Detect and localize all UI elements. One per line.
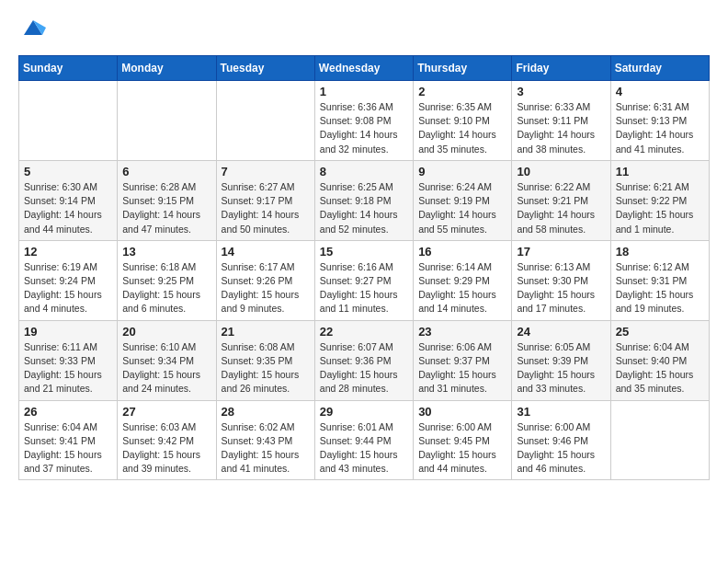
day-info: Sunrise: 6:04 AM Sunset: 9:41 PM Dayligh… — [24, 420, 112, 477]
day-number: 30 — [418, 405, 506, 419]
day-info: Sunrise: 6:24 AM Sunset: 9:19 PM Dayligh… — [418, 180, 506, 236]
day-number: 17 — [517, 245, 605, 259]
calendar-cell — [118, 81, 216, 161]
column-header-friday: Friday — [512, 56, 610, 81]
calendar-cell — [610, 400, 709, 480]
day-number: 18 — [616, 245, 704, 259]
calendar-week-row: 5Sunrise: 6:30 AM Sunset: 9:14 PM Daylig… — [19, 160, 710, 240]
calendar-cell: 3Sunrise: 6:33 AM Sunset: 9:11 PM Daylig… — [512, 81, 610, 161]
calendar-week-row: 19Sunrise: 6:11 AM Sunset: 9:33 PM Dayli… — [19, 320, 710, 400]
day-number: 27 — [122, 405, 210, 419]
calendar-cell: 16Sunrise: 6:14 AM Sunset: 9:29 PM Dayli… — [414, 240, 512, 320]
day-number: 7 — [222, 165, 310, 178]
calendar-cell: 26Sunrise: 6:04 AM Sunset: 9:41 PM Dayli… — [19, 400, 118, 480]
day-info: Sunrise: 6:28 AM Sunset: 9:15 PM Dayligh… — [122, 180, 210, 236]
calendar-cell: 27Sunrise: 6:03 AM Sunset: 9:42 PM Dayli… — [118, 400, 216, 480]
day-info: Sunrise: 6:06 AM Sunset: 9:37 PM Dayligh… — [418, 340, 506, 396]
day-number: 14 — [222, 245, 310, 259]
day-info: Sunrise: 6:11 AM Sunset: 9:33 PM Dayligh… — [24, 340, 112, 396]
day-info: Sunrise: 6:27 AM Sunset: 9:17 PM Dayligh… — [222, 180, 310, 236]
calendar-cell: 5Sunrise: 6:30 AM Sunset: 9:14 PM Daylig… — [19, 160, 118, 240]
day-number: 23 — [418, 325, 506, 339]
logo — [18, 18, 46, 40]
day-number: 29 — [320, 405, 408, 419]
column-header-wednesday: Wednesday — [314, 56, 413, 81]
day-number: 22 — [320, 325, 408, 339]
calendar-cell: 12Sunrise: 6:19 AM Sunset: 9:24 PM Dayli… — [19, 240, 118, 320]
calendar-cell: 6Sunrise: 6:28 AM Sunset: 9:15 PM Daylig… — [118, 160, 216, 240]
day-number: 5 — [24, 165, 112, 178]
calendar-cell: 9Sunrise: 6:24 AM Sunset: 9:19 PM Daylig… — [414, 160, 512, 240]
day-info: Sunrise: 6:13 AM Sunset: 9:30 PM Dayligh… — [517, 260, 605, 316]
calendar-cell: 31Sunrise: 6:00 AM Sunset: 9:46 PM Dayli… — [512, 400, 610, 480]
day-number: 16 — [418, 245, 506, 259]
calendar-cell: 30Sunrise: 6:00 AM Sunset: 9:45 PM Dayli… — [414, 400, 512, 480]
day-info: Sunrise: 6:00 AM Sunset: 9:46 PM Dayligh… — [517, 420, 605, 477]
calendar-table: SundayMondayTuesdayWednesdayThursdayFrid… — [18, 55, 710, 480]
column-header-thursday: Thursday — [414, 56, 512, 81]
column-header-sunday: Sunday — [19, 56, 118, 81]
calendar-cell: 18Sunrise: 6:12 AM Sunset: 9:31 PM Dayli… — [610, 240, 709, 320]
day-info: Sunrise: 6:19 AM Sunset: 9:24 PM Dayligh… — [24, 260, 112, 316]
column-header-saturday: Saturday — [610, 56, 709, 81]
calendar-week-row: 26Sunrise: 6:04 AM Sunset: 9:41 PM Dayli… — [19, 400, 710, 480]
column-header-monday: Monday — [118, 56, 216, 81]
calendar-cell: 2Sunrise: 6:35 AM Sunset: 9:10 PM Daylig… — [414, 81, 512, 161]
calendar-cell: 28Sunrise: 6:02 AM Sunset: 9:43 PM Dayli… — [216, 400, 314, 480]
day-info: Sunrise: 6:30 AM Sunset: 9:14 PM Dayligh… — [24, 180, 112, 236]
calendar-cell: 29Sunrise: 6:01 AM Sunset: 9:44 PM Dayli… — [314, 400, 413, 480]
day-info: Sunrise: 6:22 AM Sunset: 9:21 PM Dayligh… — [517, 180, 605, 236]
day-number: 9 — [418, 165, 506, 178]
calendar-cell: 7Sunrise: 6:27 AM Sunset: 9:17 PM Daylig… — [216, 160, 314, 240]
day-info: Sunrise: 6:08 AM Sunset: 9:35 PM Dayligh… — [222, 340, 310, 396]
day-number: 11 — [616, 165, 704, 178]
day-number: 31 — [517, 405, 605, 419]
day-number: 4 — [616, 85, 704, 98]
day-info: Sunrise: 6:25 AM Sunset: 9:18 PM Dayligh… — [320, 180, 408, 236]
day-number: 3 — [517, 85, 605, 98]
day-number: 26 — [24, 405, 112, 419]
day-info: Sunrise: 6:02 AM Sunset: 9:43 PM Dayligh… — [222, 420, 310, 477]
calendar-cell: 14Sunrise: 6:17 AM Sunset: 9:26 PM Dayli… — [216, 240, 314, 320]
calendar-cell: 15Sunrise: 6:16 AM Sunset: 9:27 PM Dayli… — [314, 240, 413, 320]
day-number: 20 — [122, 325, 210, 339]
calendar-cell: 21Sunrise: 6:08 AM Sunset: 9:35 PM Dayli… — [216, 320, 314, 400]
calendar-cell: 20Sunrise: 6:10 AM Sunset: 9:34 PM Dayli… — [118, 320, 216, 400]
day-info: Sunrise: 6:18 AM Sunset: 9:25 PM Dayligh… — [122, 260, 210, 316]
calendar-week-row: 1Sunrise: 6:36 AM Sunset: 9:08 PM Daylig… — [19, 81, 710, 161]
calendar-cell — [216, 81, 314, 161]
day-info: Sunrise: 6:04 AM Sunset: 9:40 PM Dayligh… — [616, 340, 704, 396]
calendar-header-row: SundayMondayTuesdayWednesdayThursdayFrid… — [19, 56, 710, 81]
day-info: Sunrise: 6:10 AM Sunset: 9:34 PM Dayligh… — [122, 340, 210, 396]
calendar-cell: 23Sunrise: 6:06 AM Sunset: 9:37 PM Dayli… — [414, 320, 512, 400]
column-header-tuesday: Tuesday — [216, 56, 314, 81]
day-number: 24 — [517, 325, 605, 339]
logo-icon — [20, 15, 46, 40]
day-number: 25 — [616, 325, 704, 339]
day-info: Sunrise: 6:35 AM Sunset: 9:10 PM Dayligh… — [418, 100, 506, 156]
calendar-cell: 13Sunrise: 6:18 AM Sunset: 9:25 PM Dayli… — [118, 240, 216, 320]
day-info: Sunrise: 6:33 AM Sunset: 9:11 PM Dayligh… — [517, 100, 605, 156]
day-number: 6 — [122, 165, 210, 178]
calendar-cell: 8Sunrise: 6:25 AM Sunset: 9:18 PM Daylig… — [314, 160, 413, 240]
calendar-cell: 10Sunrise: 6:22 AM Sunset: 9:21 PM Dayli… — [512, 160, 610, 240]
day-info: Sunrise: 6:07 AM Sunset: 9:36 PM Dayligh… — [320, 340, 408, 396]
day-number: 8 — [320, 165, 408, 178]
day-info: Sunrise: 6:00 AM Sunset: 9:45 PM Dayligh… — [418, 420, 506, 477]
day-info: Sunrise: 6:31 AM Sunset: 9:13 PM Dayligh… — [616, 100, 704, 156]
day-number: 19 — [24, 325, 112, 339]
day-info: Sunrise: 6:21 AM Sunset: 9:22 PM Dayligh… — [616, 180, 704, 236]
day-number: 1 — [320, 85, 408, 98]
calendar-cell: 25Sunrise: 6:04 AM Sunset: 9:40 PM Dayli… — [610, 320, 709, 400]
day-number: 10 — [517, 165, 605, 178]
page-header — [18, 18, 710, 40]
day-info: Sunrise: 6:05 AM Sunset: 9:39 PM Dayligh… — [517, 340, 605, 396]
day-info: Sunrise: 6:12 AM Sunset: 9:31 PM Dayligh… — [616, 260, 704, 316]
day-info: Sunrise: 6:03 AM Sunset: 9:42 PM Dayligh… — [122, 420, 210, 477]
calendar-cell: 11Sunrise: 6:21 AM Sunset: 9:22 PM Dayli… — [610, 160, 709, 240]
calendar-week-row: 12Sunrise: 6:19 AM Sunset: 9:24 PM Dayli… — [19, 240, 710, 320]
day-info: Sunrise: 6:01 AM Sunset: 9:44 PM Dayligh… — [320, 420, 408, 477]
calendar-cell: 17Sunrise: 6:13 AM Sunset: 9:30 PM Dayli… — [512, 240, 610, 320]
day-number: 15 — [320, 245, 408, 259]
calendar-cell — [19, 81, 118, 161]
